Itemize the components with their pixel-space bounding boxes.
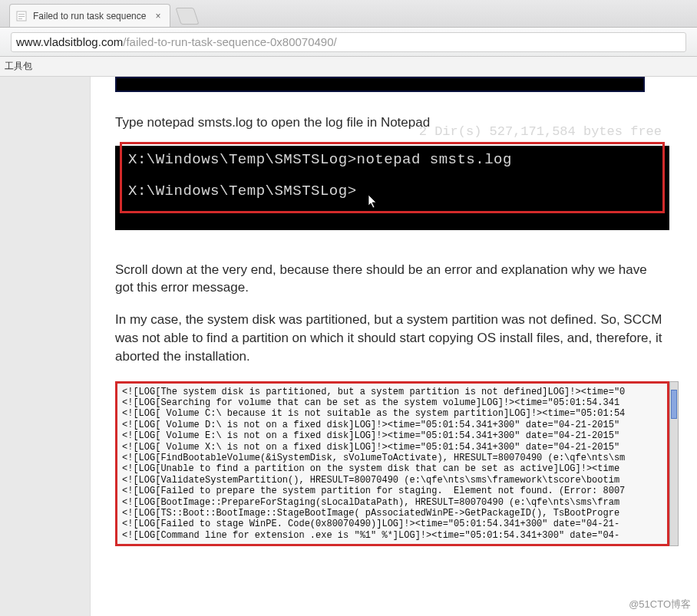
log-screenshot-wrapper: <![LOG[The system disk is partitioned, b… [115,381,680,546]
tab-title: Failed to run task sequence [33,11,153,21]
terminal-line-2: X:\Windows\Temp\SMSTSLog> [128,180,656,203]
log-screenshot: <![LOG[The system disk is partitioned, b… [115,381,669,546]
terminal-highlight-box: X:\Windows\Temp\SMSTSLog>notepad smsts.l… [120,142,665,213]
svg-rect-1 [18,14,25,15]
terminal-free-space-line: 2 Dir(s) 527,171,584 bytes free [120,124,665,139]
browser-tab-active[interactable]: Failed to run task sequence × [9,4,170,27]
page-favicon-icon [16,11,27,21]
paragraph-instruction-2: Scroll down at the very end, because the… [115,261,668,298]
svg-rect-3 [18,18,22,19]
omnibox[interactable]: www.vladsitblog.com/failed-to-run-task-s… [11,32,686,52]
url-host: www.vladsitblog.com [16,35,123,48]
log-scrollbar[interactable] [669,381,679,546]
page-left-gutter [0,77,91,616]
bookmarks-folder[interactable]: 工具包 [5,60,32,73]
browser-address-bar: www.vladsitblog.com/failed-to-run-task-s… [0,28,697,57]
tab-close-icon[interactable]: × [153,11,164,21]
mouse-cursor-icon [367,194,379,213]
article-content: Type notepad smsts.log to open the log f… [91,77,697,616]
svg-rect-2 [18,16,25,17]
new-tab-button[interactable] [175,8,199,25]
browser-tabstrip: Failed to run task sequence × [0,0,697,28]
url-path: /failed-to-run-task-sequence-0x80070490/ [123,35,337,48]
watermark-text: @51CTO博客 [629,598,691,611]
terminal-screenshot: 2 Dir(s) 527,171,584 bytes free X:\Windo… [115,146,669,230]
terminal-line-1: X:\Windows\Temp\SMSTSLog>notepad smsts.l… [128,149,656,171]
page-viewport: Type notepad smsts.log to open the log f… [0,77,697,616]
screenshot-fragment-top [115,77,645,92]
bookmarks-bar: 工具包 [0,57,697,77]
paragraph-explanation: In my case, the system disk was partitio… [115,311,668,365]
